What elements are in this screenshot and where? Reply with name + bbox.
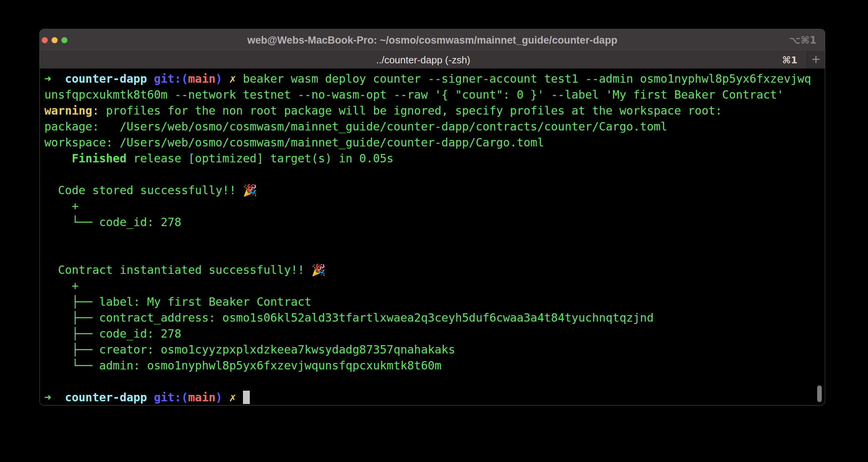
terminal-text-segment: + — [44, 279, 78, 292]
terminal-text-segment: ├── code_id: 278 — [44, 327, 181, 340]
tab-counter-dapp[interactable]: ../counter-dapp (-zsh) ⌘1 — [40, 52, 807, 68]
terminal-line: ├── label: My first Beaker Contract — [44, 294, 825, 310]
terminal-text-segment: ➜ — [44, 72, 51, 85]
terminal-line: ├── creator: osmo1cyyzpxplxdzkeea7kwsyda… — [44, 342, 825, 358]
terminal-window: web@Webs-MacBook-Pro: ~/osmo/cosmwasm/ma… — [39, 29, 825, 405]
terminal-text-segment: ├── label: My first Beaker Contract — [44, 295, 311, 308]
terminal-text-segment: main — [188, 72, 215, 85]
terminal-text-segment: ) — [216, 72, 222, 85]
scrollbar-thumb[interactable] — [817, 385, 822, 402]
terminal-text-segment: git:( — [154, 72, 188, 85]
terminal-text-segment — [236, 72, 243, 85]
terminal-text-segment: + — [44, 200, 78, 213]
party-popper-icon: 🎉 — [311, 263, 325, 277]
terminal-line: warning: profiles for the non root packa… — [44, 103, 825, 119]
party-popper-icon: 🎉 — [243, 184, 257, 197]
terminal-text-segment: ├── creator: osmo1cyyzpxplxdzkeea7kwsyda… — [44, 343, 455, 356]
terminal-text-segment: package: /Users/web/osmo/cosmwasm/mainne… — [44, 120, 667, 133]
terminal-text-segment — [236, 391, 243, 404]
tab-bar: ../counter-dapp (-zsh) ⌘1 + — [40, 52, 825, 69]
tab-title: ../counter-dapp (-zsh) — [376, 54, 470, 66]
terminal-text-segment: counter-dapp — [65, 391, 147, 404]
terminal-text-segment: main — [188, 391, 215, 404]
terminal-text-segment: release [optimized] target(s) in 0.05s — [127, 152, 393, 165]
terminal-line: + — [44, 198, 825, 214]
terminal-line: workspace: /Users/web/osmo/cosmwasm/main… — [44, 135, 825, 151]
terminal-text-segment: Finished — [44, 152, 127, 165]
zoom-button[interactable] — [61, 37, 67, 43]
terminal-text-segment — [51, 391, 65, 404]
title-bar[interactable]: web@Webs-MacBook-Pro: ~/osmo/cosmwasm/ma… — [40, 29, 825, 52]
terminal-text-segment — [51, 72, 65, 85]
terminal-line: ├── code_id: 278 — [44, 326, 825, 342]
terminal-output[interactable]: ➜ counter-dapp git:(main) ✗ beaker wasm … — [40, 69, 825, 405]
terminal-text-segment: workspace: /Users/web/osmo/cosmwasm/main… — [44, 136, 544, 149]
terminal-line — [44, 167, 825, 182]
new-tab-button[interactable]: + — [807, 52, 825, 68]
tab-shortcut-hint: ⌘1 — [782, 52, 797, 68]
terminal-text-segment: ✗ — [229, 391, 236, 404]
text-cursor — [243, 391, 250, 404]
terminal-line: Code stored successfully!! 🎉 — [44, 182, 825, 198]
terminal-line: └── code_id: 278 — [44, 214, 825, 230]
terminal-line — [44, 246, 825, 262]
window-shortcut-hint: ⌥⌘1 — [789, 29, 816, 51]
terminal-text-segment: Code stored successfully!! — [44, 184, 243, 197]
terminal-text-segment: ✗ — [229, 72, 236, 85]
terminal-text-segment: ➜ — [44, 391, 51, 404]
terminal-line: ├── contract_address: osmo1s06kl52ald33t… — [44, 310, 825, 326]
terminal-text-segment: ) — [216, 391, 222, 404]
terminal-line: unsfqpcxukmtk8t60m --network testnet --n… — [44, 87, 825, 103]
close-button[interactable] — [42, 37, 48, 43]
traffic-lights — [42, 29, 67, 51]
terminal-line — [44, 230, 825, 246]
terminal-text-segment: counter-dapp — [65, 72, 147, 85]
minimize-button[interactable] — [52, 37, 58, 43]
terminal-line: ➜ counter-dapp git:(main) ✗ — [44, 390, 825, 405]
terminal-line: Contract instantiated successfully!! 🎉 — [44, 262, 825, 278]
terminal-line: package: /Users/web/osmo/cosmwasm/mainne… — [44, 119, 825, 135]
terminal-line — [44, 374, 825, 390]
terminal-text-segment: ├── contract_address: osmo1s06kl52ald33t… — [44, 311, 653, 324]
terminal-text-segment: beaker wasm deploy counter --signer-acco… — [243, 72, 811, 85]
terminal-text-segment: └── admin: osmo1nyphwl8p5yx6fxzevjwqunsf… — [44, 359, 442, 372]
terminal-text-segment — [147, 391, 154, 404]
terminal-line: ➜ counter-dapp git:(main) ✗ beaker wasm … — [44, 71, 825, 87]
terminal-text-segment: : — [92, 104, 99, 117]
terminal-text-segment: profiles for the non root package will b… — [99, 104, 722, 117]
terminal-text-segment — [147, 72, 154, 85]
terminal-text-segment: warning — [44, 104, 92, 117]
terminal-line: + — [44, 278, 825, 294]
window-title: web@Webs-MacBook-Pro: ~/osmo/cosmwasm/ma… — [247, 35, 617, 46]
terminal-text-segment: unsfqpcxukmtk8t60m --network testnet --n… — [44, 88, 784, 101]
terminal-text-segment: git:( — [154, 391, 188, 404]
terminal-line: └── admin: osmo1nyphwl8p5yx6fxzevjwqunsf… — [44, 358, 825, 374]
terminal-text-segment — [222, 72, 229, 85]
terminal-text-segment: Contract instantiated successfully!! — [44, 263, 311, 277]
terminal-text-segment — [222, 391, 229, 404]
terminal-text-segment: └── code_id: 278 — [44, 215, 181, 229]
terminal-line: Finished release [optimized] target(s) i… — [44, 151, 825, 167]
